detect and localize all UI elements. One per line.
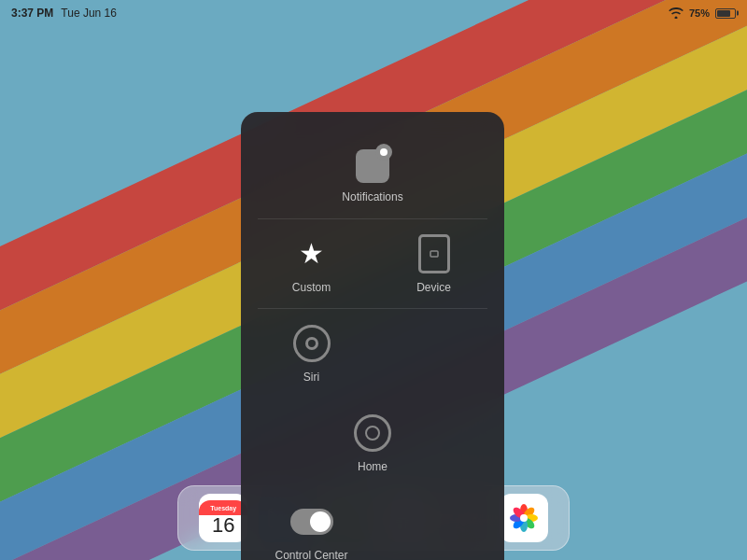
device-label: Device — [416, 281, 451, 296]
notifications-label: Notifications — [342, 190, 402, 205]
battery-fill — [717, 10, 730, 17]
svg-rect-0 — [430, 251, 438, 257]
svg-point-14 — [520, 514, 528, 522]
battery-icon — [715, 8, 736, 19]
notifications-item[interactable]: Notifications — [250, 129, 495, 218]
device-icon — [413, 232, 456, 275]
calendar-day-number: 16 — [212, 515, 234, 536]
siri-item[interactable]: Siri — [250, 309, 373, 399]
status-left: 3:37 PM Tue Jun 16 — [11, 7, 117, 20]
device-item[interactable]: Device — [373, 219, 495, 309]
wifi-icon — [669, 7, 684, 19]
toggle-icon — [290, 500, 333, 543]
control-center-label: Control Center — [275, 549, 347, 560]
photos-app[interactable] — [500, 494, 548, 542]
siri-label: Siri — [303, 371, 319, 385]
date-label: Tue Jun 16 — [61, 7, 117, 20]
status-right: 75% — [669, 7, 736, 19]
control-center-item[interactable]: Control Center — [250, 487, 373, 560]
home-icon — [351, 412, 394, 455]
home-item[interactable]: Home — [250, 399, 495, 488]
time-label: 3:37 PM — [11, 7, 53, 20]
assistive-touch-menu: Notifications ★ Custom Device — [241, 112, 504, 560]
battery-percent: 75% — [689, 7, 710, 19]
popup-grid: Notifications ★ Custom Device — [250, 129, 495, 560]
photos-icon — [505, 499, 543, 537]
custom-item[interactable]: ★ Custom — [250, 219, 373, 309]
notification-icon — [351, 142, 394, 185]
siri-icon — [290, 322, 333, 365]
star-icon: ★ — [290, 232, 333, 275]
status-bar: 3:37 PM Tue Jun 16 75% — [0, 0, 747, 26]
home-label: Home — [358, 460, 388, 475]
custom-label: Custom — [292, 281, 331, 296]
